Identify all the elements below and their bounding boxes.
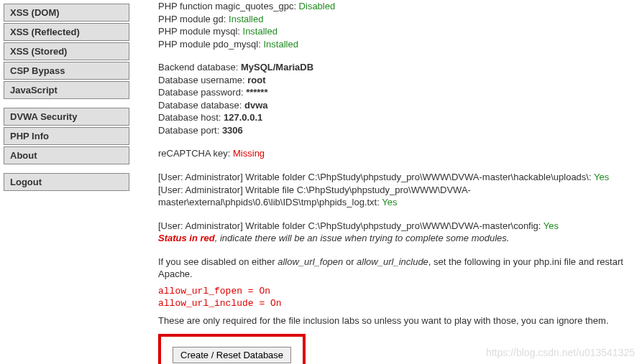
php-pdo-label: PHP module pdo_mysql:	[158, 39, 263, 50]
writable-phpids-line: [User: Administrator] Writable file C:\P…	[158, 184, 631, 209]
db-pass-line: Database password: ******	[158, 86, 631, 99]
sidebar-item-csp-bypass[interactable]: CSP Bypass	[4, 62, 129, 80]
writable-config-label: [User: Administrator] Writable folder C:…	[158, 220, 544, 231]
menu-group-logout: Logout	[4, 173, 129, 191]
recaptcha-line: reCAPTCHA key: Missing	[158, 147, 631, 160]
db-pass-label: Database password:	[158, 87, 246, 98]
db-port-value: 3306	[222, 125, 243, 136]
php-pdo-line: PHP module pdo_mysql: Installed	[158, 38, 631, 51]
sidebar-item-javascript[interactable]: JavaScript	[4, 81, 129, 99]
sidebar: XSS (DOM) XSS (Reflected) XSS (Stored) C…	[0, 0, 129, 364]
disabled-note-line: If you see disabled on either allow_url_…	[158, 256, 631, 281]
status-red-word: red	[201, 233, 215, 243]
db-db-line: Database database: dvwa	[158, 99, 631, 112]
sidebar-item-xss-reflected[interactable]: XSS (Reflected)	[4, 23, 129, 41]
sidebar-item-php-info[interactable]: PHP Info	[4, 127, 129, 145]
writable-uploads-label: [User: Administrator] Writable folder C:…	[158, 172, 594, 182]
sidebar-item-xss-dom[interactable]: XSS (DOM)	[4, 4, 129, 22]
backend-db-value: MySQL/MariaDB	[241, 62, 313, 73]
php-gd-label: PHP module gd:	[158, 14, 229, 24]
watermark: https://blog.csdn.net/u013541325	[486, 347, 635, 358]
create-reset-database-button[interactable]: Create / Reset Database	[173, 347, 291, 363]
db-user-line: Database username: root	[158, 74, 631, 87]
db-host-label: Database host:	[158, 112, 224, 123]
db-user-label: Database username:	[158, 75, 247, 85]
php-mysql-line: PHP module mysql: Installed	[158, 25, 631, 38]
writable-phpids-status: Yes	[382, 197, 397, 207]
reset-button-highlight: Create / Reset Database	[158, 334, 306, 364]
php-function-label: PHP function magic_quotes_gpc:	[158, 1, 299, 11]
recaptcha-label: reCAPTCHA key:	[158, 148, 233, 159]
php-gd-line: PHP module gd: Installed	[158, 13, 631, 26]
php-function-status: Disabled	[299, 1, 336, 11]
main-content: PHP function magic_quotes_gpc: Disabled …	[129, 0, 642, 364]
sidebar-item-dvwa-security[interactable]: DVWA Security	[4, 108, 129, 126]
db-host-line: Database host: 127.0.0.1	[158, 111, 631, 124]
disabled-or: or	[343, 256, 357, 267]
disabled-prefix: If you see disabled on either	[158, 256, 278, 267]
php-mysql-label: PHP module mysql:	[158, 26, 243, 37]
db-db-value: dvwa	[244, 100, 268, 111]
db-port-line: Database port: 3306	[158, 124, 631, 137]
php-mysql-status: Installed	[243, 26, 278, 37]
menu-group-vulns: XSS (DOM) XSS (Reflected) XSS (Stored) C…	[4, 4, 129, 99]
disabled-fopen: allow_url_fopen	[278, 256, 343, 267]
php-function-line: PHP function magic_quotes_gpc: Disabled	[158, 0, 631, 13]
menu-group-info: DVWA Security PHP Info About	[4, 108, 129, 164]
disabled-include: allow_url_include	[357, 256, 428, 267]
backend-db-line: Backend database: MySQL/MariaDB	[158, 61, 631, 74]
php-gd-status: Installed	[229, 14, 263, 24]
writable-config-status: Yes	[544, 220, 559, 231]
db-pass-value: ******	[246, 87, 267, 98]
db-port-label: Database port:	[158, 125, 222, 136]
status-red-label: Status in	[158, 233, 201, 243]
db-db-label: Database database:	[158, 100, 244, 111]
writable-config-line: [User: Administrator] Writable folder C:…	[158, 220, 631, 233]
writable-phpids-label: [User: Administrator] Writable file C:\P…	[158, 185, 471, 208]
sidebar-item-about[interactable]: About	[4, 146, 129, 164]
writable-uploads-line: [User: Administrator] Writable folder C:…	[158, 171, 631, 184]
status-red-line: Status in red, indicate there will be an…	[158, 232, 631, 245]
recaptcha-status: Missing	[233, 148, 265, 159]
writable-uploads-status: Yes	[594, 172, 609, 182]
code-block: allow_url_fopen = On allow_url_include =…	[158, 285, 631, 310]
php-pdo-status: Installed	[263, 39, 298, 50]
db-user-value: root	[247, 75, 265, 85]
code-line-1: allow_url_fopen = On	[158, 285, 631, 298]
sidebar-item-xss-stored[interactable]: XSS (Stored)	[4, 42, 129, 60]
status-red-rest: , indicate there will be an issue when t…	[215, 233, 510, 243]
final-note: These are only required for the file inc…	[158, 314, 631, 327]
code-line-2: allow_url_include = On	[158, 297, 631, 310]
sidebar-item-logout[interactable]: Logout	[4, 173, 129, 191]
backend-db-label: Backend database:	[158, 62, 241, 73]
db-host-value: 127.0.0.1	[224, 112, 262, 123]
